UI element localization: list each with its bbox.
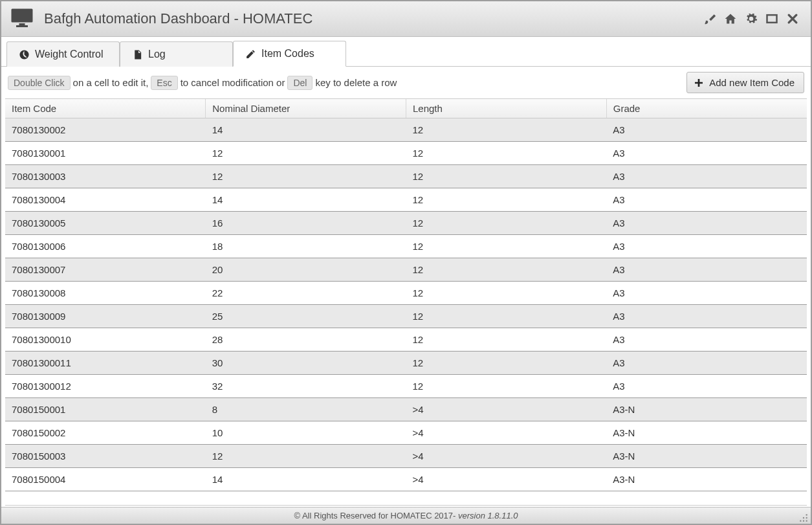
table-row[interactable]: 70801500018>4A3-N — [5, 398, 807, 421]
cell-length[interactable]: 12 — [406, 165, 607, 188]
add-new-item-code-button[interactable]: Add new Item Code — [686, 72, 804, 93]
table-row[interactable]: 70801300021412A3 — [5, 118, 807, 142]
cell-nominal-diameter[interactable]: 30 — [206, 352, 406, 375]
cell-item-code[interactable]: 7080130008 — [5, 282, 206, 305]
cell-grade[interactable]: A3 — [606, 328, 807, 352]
maximize-icon[interactable] — [763, 10, 781, 28]
table-row[interactable]: 70801300082212A3 — [5, 282, 807, 305]
cell-length[interactable]: 12 — [406, 235, 607, 258]
cell-item-code[interactable]: 7080130001 — [5, 142, 206, 165]
item-codes-table-wrap[interactable]: Item Code Nominal Diameter Length Grade … — [5, 98, 807, 506]
col-grade[interactable]: Grade — [606, 99, 807, 118]
tab-item-codes[interactable]: Item Codes — [233, 41, 346, 67]
cell-nominal-diameter[interactable]: 12 — [206, 165, 406, 188]
table-row[interactable]: 70801300092512A3 — [5, 305, 807, 328]
cell-item-code[interactable]: 7080130009 — [5, 305, 206, 328]
cell-nominal-diameter[interactable]: 12 — [206, 142, 406, 165]
cell-grade[interactable]: A3 — [606, 235, 807, 258]
cell-grade[interactable]: A3-N — [606, 398, 807, 421]
svg-point-9 — [800, 520, 801, 522]
cell-item-code[interactable]: 70801300012 — [5, 375, 206, 398]
cell-item-code[interactable]: 7080130007 — [5, 258, 206, 282]
cell-item-code[interactable]: 7080150001 — [5, 398, 206, 421]
table-row[interactable]: 708015000210>4A3-N — [5, 421, 807, 445]
cell-grade[interactable]: A3 — [606, 375, 807, 398]
cell-nominal-diameter[interactable]: 28 — [206, 328, 406, 352]
cell-item-code[interactable]: 7080130002 — [5, 118, 206, 142]
cell-grade[interactable]: A3 — [606, 142, 807, 165]
cell-item-code[interactable]: 70801300011 — [5, 352, 206, 375]
cell-item-code[interactable]: 7080130003 — [5, 165, 206, 188]
cell-length[interactable]: >4 — [406, 468, 607, 491]
cell-grade[interactable]: A3-N — [606, 445, 807, 468]
col-length[interactable]: Length — [406, 99, 607, 118]
cell-length[interactable]: 12 — [406, 305, 607, 328]
table-row[interactable]: 70801300041412A3 — [5, 188, 807, 212]
cell-length[interactable]: >4 — [406, 421, 607, 445]
cell-item-code[interactable]: 7080130006 — [5, 235, 206, 258]
cell-grade[interactable]: A3 — [606, 188, 807, 212]
close-icon[interactable] — [784, 10, 802, 28]
cell-item-code[interactable]: 7080130005 — [5, 212, 206, 235]
table-row[interactable]: 70801300072012A3 — [5, 258, 807, 282]
cell-grade[interactable]: A3-N — [606, 421, 807, 445]
cell-nominal-diameter[interactable]: 20 — [206, 258, 406, 282]
cell-nominal-diameter[interactable]: 14 — [206, 468, 406, 491]
table-row[interactable]: 708013000123212A3 — [5, 375, 807, 398]
cell-grade[interactable]: A3 — [606, 352, 807, 375]
cell-nominal-diameter[interactable]: 25 — [206, 305, 406, 328]
cell-item-code[interactable]: 7080130004 — [5, 188, 206, 212]
cell-length[interactable]: 12 — [406, 212, 607, 235]
cell-grade[interactable]: A3-N — [606, 468, 807, 491]
tab-label: Item Codes — [261, 48, 314, 60]
table-row[interactable]: 70801300051612A3 — [5, 212, 807, 235]
cell-length[interactable]: 12 — [406, 328, 607, 352]
table-row[interactable]: 70801300031212A3 — [5, 165, 807, 188]
table-row[interactable]: 70801300061812A3 — [5, 235, 807, 258]
cell-item-code[interactable]: 7080150003 — [5, 445, 206, 468]
cell-nominal-diameter[interactable]: 14 — [206, 188, 406, 212]
cell-item-code[interactable]: 70801300010 — [5, 328, 206, 352]
brush-icon[interactable] — [701, 10, 719, 28]
pie-chart-icon — [19, 49, 30, 60]
svg-point-8 — [803, 520, 804, 522]
cell-nominal-diameter[interactable]: 8 — [206, 398, 406, 421]
table-row[interactable]: 708015000414>4A3-N — [5, 468, 807, 491]
cell-length[interactable]: >4 — [406, 445, 607, 468]
cell-grade[interactable]: A3 — [606, 258, 807, 282]
table-row[interactable]: 70801300011212A3 — [5, 142, 807, 165]
home-icon[interactable] — [721, 10, 740, 28]
cell-nominal-diameter[interactable]: 18 — [206, 235, 406, 258]
col-item-code[interactable]: Item Code — [5, 99, 206, 118]
cell-grade[interactable]: A3 — [606, 165, 807, 188]
cell-grade[interactable]: A3 — [606, 305, 807, 328]
cell-grade[interactable]: A3 — [606, 282, 807, 305]
cell-length[interactable]: 12 — [406, 188, 607, 212]
cell-length[interactable]: 12 — [406, 352, 607, 375]
cell-length[interactable]: >4 — [406, 398, 607, 421]
cell-grade[interactable]: A3 — [606, 212, 807, 235]
cell-nominal-diameter[interactable]: 32 — [206, 375, 406, 398]
table-row[interactable]: 708013000113012A3 — [5, 352, 807, 375]
cell-length[interactable]: 12 — [406, 282, 607, 305]
tab-log[interactable]: Log — [120, 41, 233, 67]
col-nominal-diameter[interactable]: Nominal Diameter — [206, 99, 406, 118]
cell-length[interactable]: 12 — [406, 142, 607, 165]
cell-length[interactable]: 12 — [406, 258, 607, 282]
cell-nominal-diameter[interactable]: 22 — [206, 282, 406, 305]
cell-item-code[interactable]: 7080150004 — [5, 468, 206, 491]
tab-weight-control[interactable]: Weight Control — [6, 41, 120, 67]
cell-nominal-diameter[interactable]: 10 — [206, 421, 406, 445]
cell-nominal-diameter[interactable]: 14 — [206, 118, 406, 142]
cell-nominal-diameter[interactable]: 12 — [206, 445, 406, 468]
resize-grip-icon[interactable] — [799, 513, 808, 522]
table-row[interactable]: 708013000102812A3 — [5, 328, 807, 352]
cell-length[interactable]: 12 — [406, 375, 607, 398]
gear-icon[interactable] — [742, 10, 760, 28]
cell-nominal-diameter[interactable]: 16 — [206, 212, 406, 235]
table-row[interactable]: 708015000312>4A3-N — [5, 445, 807, 468]
cell-grade[interactable]: A3 — [606, 118, 807, 142]
cell-length[interactable]: 12 — [406, 118, 607, 142]
cell-item-code[interactable]: 7080150002 — [5, 421, 206, 445]
title-actions — [701, 10, 802, 28]
